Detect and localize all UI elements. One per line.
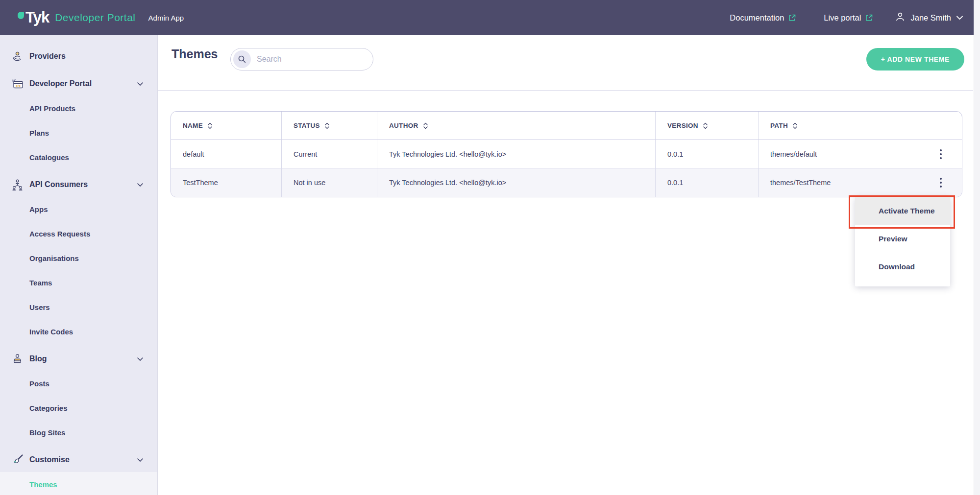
sidebar-item-label: Teams <box>29 279 52 287</box>
row-context-menu: Activate Theme Preview Download <box>855 197 950 286</box>
sidebar-item-label: Catalogues <box>29 153 69 162</box>
sidebar-item-label: Invite Codes <box>29 328 73 336</box>
header-divider <box>158 90 973 91</box>
column-header-label: NAME <box>183 122 203 129</box>
sidebar-item-label: Themes <box>29 480 57 489</box>
sort-icon[interactable] <box>423 122 428 130</box>
sidebar-item-api-consumers[interactable]: API Consumers <box>0 172 157 197</box>
top-header: Tyk Developer Portal Admin App Documenta… <box>0 0 980 35</box>
sort-icon[interactable] <box>792 122 798 130</box>
sidebar-item-label: Users <box>29 303 50 311</box>
sidebar-item-invite-codes[interactable]: Invite Codes <box>0 319 157 344</box>
sidebar-item-label: Categories <box>29 404 68 412</box>
external-link-icon <box>788 14 796 22</box>
sidebar-item-label: Access Requests <box>29 230 90 238</box>
column-header-version[interactable]: VERSION <box>656 112 759 140</box>
chevron-down-icon[interactable] <box>137 458 144 462</box>
sidebar-item-apps[interactable]: Apps <box>0 197 157 221</box>
blog-icon <box>10 353 24 366</box>
search-icon <box>233 50 251 68</box>
sort-icon[interactable] <box>207 122 213 130</box>
documentation-link[interactable]: Documentation <box>730 13 796 23</box>
themes-table: NAME STATUS AUTHOR VERSION PATH defa <box>171 111 962 197</box>
user-icon <box>895 11 906 24</box>
column-header-status[interactable]: STATUS <box>282 112 377 140</box>
column-header-label: VERSION <box>667 122 698 129</box>
sidebar-item-api-products[interactable]: API Products <box>0 96 157 120</box>
sidebar-item-organisations[interactable]: Organisations <box>0 246 157 270</box>
tyk-leaf-icon <box>18 12 24 19</box>
table-row: TestTheme Not in use Tyk Technologies Lt… <box>171 168 962 197</box>
sidebar-item-label: Apps <box>29 205 48 213</box>
cell-version: 0.0.1 <box>656 140 759 168</box>
chevron-down-icon[interactable] <box>137 82 144 86</box>
sidebar-item-label: Developer Portal <box>29 79 92 88</box>
sidebar-item-catalogues[interactable]: Catalogues <box>0 145 157 169</box>
table-row: default Current Tyk Technologies Ltd. <h… <box>171 140 962 168</box>
sidebar-item-users[interactable]: Users <box>0 295 157 319</box>
column-header-actions <box>919 112 962 140</box>
menu-item-activate-theme[interactable]: Activate Theme <box>855 197 950 225</box>
sidebar-item-themes[interactable]: Themes <box>0 472 157 495</box>
logo-subtitle: Developer Portal <box>55 12 135 24</box>
sort-icon[interactable] <box>703 122 708 130</box>
user-name: Jane Smith <box>910 13 951 23</box>
sidebar-item-posts[interactable]: Posts <box>0 371 157 396</box>
user-menu[interactable]: Jane Smith <box>895 11 963 24</box>
documentation-link-label: Documentation <box>730 13 784 23</box>
sidebar-item-access-requests[interactable]: Access Requests <box>0 221 157 246</box>
column-header-author[interactable]: AUTHOR <box>377 112 656 140</box>
svg-text:</>: </> <box>15 83 20 88</box>
sidebar-item-teams[interactable]: Teams <box>0 270 157 295</box>
cell-author: Tyk Technologies Ltd. <hello@tyk.io> <box>377 168 656 197</box>
sidebar-item-label: Providers <box>29 52 66 61</box>
live-portal-link-label: Live portal <box>824 13 861 23</box>
add-new-theme-button[interactable]: + ADD NEW THEME <box>866 48 964 71</box>
sidebar-item-categories[interactable]: Categories <box>0 396 157 420</box>
kebab-menu-icon[interactable] <box>934 145 948 163</box>
column-header-label: STATUS <box>294 122 320 129</box>
table-header-row: NAME STATUS AUTHOR VERSION PATH <box>171 112 962 140</box>
search-input[interactable] <box>257 55 360 64</box>
sidebar: Providers </> Developer Portal API Produ… <box>0 35 158 495</box>
column-header-name[interactable]: NAME <box>171 112 282 140</box>
menu-item-download[interactable]: Download <box>855 253 950 281</box>
sidebar-item-label: Organisations <box>29 254 79 262</box>
sidebar-item-label: Blog <box>29 354 47 363</box>
external-link-icon <box>865 14 873 22</box>
tyk-logo[interactable]: Tyk Developer Portal <box>18 9 136 26</box>
sort-icon[interactable] <box>324 122 330 130</box>
cell-path: themes/TestTheme <box>759 168 919 197</box>
providers-icon <box>10 50 24 63</box>
live-portal-link[interactable]: Live portal <box>824 13 873 23</box>
sidebar-item-label: Blog Sites <box>29 428 65 437</box>
chevron-down-icon[interactable] <box>137 357 144 361</box>
cell-version: 0.0.1 <box>656 168 759 197</box>
sidebar-item-label: API Consumers <box>29 180 88 189</box>
cell-name: default <box>171 140 282 168</box>
sidebar-item-blog[interactable]: Blog <box>0 347 157 371</box>
column-header-path[interactable]: PATH <box>759 112 919 140</box>
cell-name: TestTheme <box>171 168 282 197</box>
api-consumers-icon <box>10 178 24 191</box>
chevron-down-icon <box>956 13 963 22</box>
customise-icon <box>10 453 24 467</box>
search-box[interactable] <box>230 48 373 71</box>
sidebar-item-customise[interactable]: Customise <box>0 448 157 472</box>
cell-author: Tyk Technologies Ltd. <hello@tyk.io> <box>377 140 656 168</box>
page-scrollbar[interactable] <box>974 0 980 495</box>
sidebar-item-blog-sites[interactable]: Blog Sites <box>0 420 157 445</box>
page-title: Themes <box>172 47 218 61</box>
chevron-down-icon[interactable] <box>137 183 144 187</box>
sidebar-item-plans[interactable]: Plans <box>0 120 157 145</box>
menu-item-preview[interactable]: Preview <box>855 225 950 253</box>
cell-status: Current <box>282 140 377 168</box>
sidebar-item-label: Plans <box>29 129 49 137</box>
logo-text: Tyk <box>25 9 49 26</box>
sidebar-item-developer-portal[interactable]: </> Developer Portal <box>0 71 157 96</box>
sidebar-item-label: Posts <box>29 379 49 388</box>
app-label: Admin App <box>148 14 184 22</box>
kebab-menu-icon[interactable] <box>934 174 948 191</box>
sidebar-item-providers[interactable]: Providers <box>0 44 157 69</box>
cell-status: Not in use <box>282 168 377 197</box>
